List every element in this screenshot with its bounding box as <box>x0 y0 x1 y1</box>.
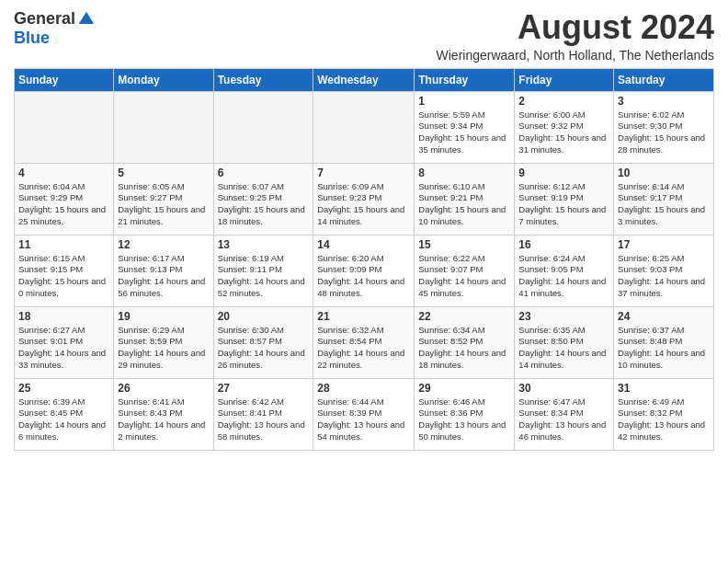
calendar-cell: 29Sunrise: 6:46 AM Sunset: 8:36 PM Dayli… <box>415 378 515 450</box>
calendar-cell: 24Sunrise: 6:37 AM Sunset: 8:48 PM Dayli… <box>614 306 714 378</box>
calendar-cell: 17Sunrise: 6:25 AM Sunset: 9:03 PM Dayli… <box>614 235 714 306</box>
day-number: 22 <box>418 310 510 323</box>
day-number: 6 <box>218 167 310 179</box>
day-info: Sunrise: 6:25 AM Sunset: 9:03 PM Dayligh… <box>618 253 710 300</box>
calendar-header-row: SundayMondayTuesdayWednesdayThursdayFrid… <box>15 68 714 91</box>
calendar-header-wednesday: Wednesday <box>313 68 415 91</box>
calendar-cell: 3Sunrise: 6:02 AM Sunset: 9:30 PM Daylig… <box>614 91 714 163</box>
header: General Blue August 2024 Wieringerwaard,… <box>14 9 714 63</box>
calendar-cell: 31Sunrise: 6:49 AM Sunset: 8:32 PM Dayli… <box>614 378 714 450</box>
day-info: Sunrise: 6:46 AM Sunset: 8:36 PM Dayligh… <box>418 396 510 443</box>
logo-general-text: General <box>14 9 75 29</box>
day-info: Sunrise: 6:49 AM Sunset: 8:32 PM Dayligh… <box>618 396 710 443</box>
day-info: Sunrise: 6:10 AM Sunset: 9:21 PM Dayligh… <box>418 181 510 228</box>
calendar-cell: 8Sunrise: 6:10 AM Sunset: 9:21 PM Daylig… <box>415 163 515 235</box>
day-info: Sunrise: 6:07 AM Sunset: 9:25 PM Dayligh… <box>218 181 310 228</box>
calendar-week-1: 1Sunrise: 5:59 AM Sunset: 9:34 PM Daylig… <box>15 91 714 163</box>
calendar-cell: 12Sunrise: 6:17 AM Sunset: 9:13 PM Dayli… <box>114 235 213 306</box>
calendar-header-sunday: Sunday <box>15 68 114 91</box>
calendar-cell: 28Sunrise: 6:44 AM Sunset: 8:39 PM Dayli… <box>313 378 415 450</box>
day-info: Sunrise: 6:34 AM Sunset: 8:52 PM Dayligh… <box>418 325 510 372</box>
calendar-week-4: 18Sunrise: 6:27 AM Sunset: 9:01 PM Dayli… <box>15 306 714 378</box>
day-info: Sunrise: 6:15 AM Sunset: 9:15 PM Dayligh… <box>18 253 109 300</box>
day-number: 13 <box>218 238 310 251</box>
day-number: 5 <box>118 167 209 179</box>
day-number: 4 <box>18 167 109 179</box>
calendar-cell: 7Sunrise: 6:09 AM Sunset: 9:23 PM Daylig… <box>313 163 415 235</box>
calendar-cell: 10Sunrise: 6:14 AM Sunset: 9:17 PM Dayli… <box>614 163 714 235</box>
day-number: 11 <box>18 238 109 251</box>
day-number: 26 <box>118 382 209 395</box>
title-area: August 2024 Wieringerwaard, North Hollan… <box>96 9 714 63</box>
day-number: 18 <box>18 310 109 323</box>
day-number: 29 <box>418 382 510 395</box>
day-info: Sunrise: 5:59 AM Sunset: 9:34 PM Dayligh… <box>418 109 510 156</box>
day-info: Sunrise: 6:29 AM Sunset: 8:59 PM Dayligh… <box>118 325 209 372</box>
calendar-cell: 15Sunrise: 6:22 AM Sunset: 9:07 PM Dayli… <box>415 235 515 306</box>
page: General Blue August 2024 Wieringerwaard,… <box>0 0 728 460</box>
day-info: Sunrise: 6:02 AM Sunset: 9:30 PM Dayligh… <box>618 109 710 156</box>
calendar-cell: 25Sunrise: 6:39 AM Sunset: 8:45 PM Dayli… <box>15 378 114 450</box>
calendar-cell: 30Sunrise: 6:47 AM Sunset: 8:34 PM Dayli… <box>515 378 614 450</box>
day-number: 15 <box>418 238 510 251</box>
calendar-cell: 4Sunrise: 6:04 AM Sunset: 9:29 PM Daylig… <box>15 163 114 235</box>
day-info: Sunrise: 6:35 AM Sunset: 8:50 PM Dayligh… <box>518 325 609 372</box>
calendar-cell: 22Sunrise: 6:34 AM Sunset: 8:52 PM Dayli… <box>415 306 515 378</box>
svg-marker-0 <box>79 11 95 23</box>
calendar-cell: 6Sunrise: 6:07 AM Sunset: 9:25 PM Daylig… <box>213 163 313 235</box>
day-number: 25 <box>18 382 109 395</box>
day-info: Sunrise: 6:17 AM Sunset: 9:13 PM Dayligh… <box>118 253 209 300</box>
day-number: 9 <box>518 167 609 179</box>
day-info: Sunrise: 6:27 AM Sunset: 9:01 PM Dayligh… <box>18 325 109 372</box>
day-number: 23 <box>518 310 609 323</box>
day-number: 30 <box>518 382 609 395</box>
calendar: SundayMondayTuesdayWednesdayThursdayFrid… <box>14 68 714 451</box>
calendar-cell: 21Sunrise: 6:32 AM Sunset: 8:54 PM Dayli… <box>313 306 415 378</box>
day-info: Sunrise: 6:41 AM Sunset: 8:43 PM Dayligh… <box>118 396 209 443</box>
calendar-cell <box>213 91 313 163</box>
day-number: 28 <box>317 382 410 395</box>
calendar-cell: 1Sunrise: 5:59 AM Sunset: 9:34 PM Daylig… <box>415 91 515 163</box>
calendar-cell: 9Sunrise: 6:12 AM Sunset: 9:19 PM Daylig… <box>515 163 614 235</box>
day-info: Sunrise: 6:14 AM Sunset: 9:17 PM Dayligh… <box>618 181 710 228</box>
logo-blue-text: Blue <box>14 29 50 48</box>
day-number: 2 <box>518 95 609 108</box>
day-info: Sunrise: 6:04 AM Sunset: 9:29 PM Dayligh… <box>18 181 109 228</box>
calendar-cell <box>313 91 415 163</box>
day-info: Sunrise: 6:09 AM Sunset: 9:23 PM Dayligh… <box>317 181 410 228</box>
day-info: Sunrise: 6:19 AM Sunset: 9:11 PM Dayligh… <box>218 253 310 300</box>
day-info: Sunrise: 6:42 AM Sunset: 8:41 PM Dayligh… <box>218 396 310 443</box>
calendar-cell: 14Sunrise: 6:20 AM Sunset: 9:09 PM Dayli… <box>313 235 415 306</box>
day-info: Sunrise: 6:24 AM Sunset: 9:05 PM Dayligh… <box>518 253 609 300</box>
calendar-cell: 2Sunrise: 6:00 AM Sunset: 9:32 PM Daylig… <box>515 91 614 163</box>
day-number: 12 <box>118 238 209 251</box>
day-number: 16 <box>518 238 609 251</box>
calendar-cell: 5Sunrise: 6:05 AM Sunset: 9:27 PM Daylig… <box>114 163 213 235</box>
day-number: 27 <box>218 382 310 395</box>
calendar-header-thursday: Thursday <box>415 68 515 91</box>
calendar-header-monday: Monday <box>114 68 213 91</box>
calendar-cell: 20Sunrise: 6:30 AM Sunset: 8:57 PM Dayli… <box>213 306 313 378</box>
logo-icon <box>77 10 96 29</box>
calendar-cell <box>114 91 213 163</box>
calendar-cell: 23Sunrise: 6:35 AM Sunset: 8:50 PM Dayli… <box>515 306 614 378</box>
day-number: 7 <box>317 167 410 179</box>
calendar-week-2: 4Sunrise: 6:04 AM Sunset: 9:29 PM Daylig… <box>15 163 714 235</box>
day-number: 17 <box>618 238 710 251</box>
calendar-header-saturday: Saturday <box>614 68 714 91</box>
calendar-cell: 19Sunrise: 6:29 AM Sunset: 8:59 PM Dayli… <box>114 306 213 378</box>
calendar-cell: 13Sunrise: 6:19 AM Sunset: 9:11 PM Dayli… <box>213 235 313 306</box>
main-title: August 2024 <box>96 9 714 46</box>
day-info: Sunrise: 6:30 AM Sunset: 8:57 PM Dayligh… <box>218 325 310 372</box>
day-info: Sunrise: 6:47 AM Sunset: 8:34 PM Dayligh… <box>518 396 609 443</box>
calendar-week-5: 25Sunrise: 6:39 AM Sunset: 8:45 PM Dayli… <box>15 378 714 450</box>
calendar-cell: 11Sunrise: 6:15 AM Sunset: 9:15 PM Dayli… <box>15 235 114 306</box>
day-info: Sunrise: 6:12 AM Sunset: 9:19 PM Dayligh… <box>518 181 609 228</box>
subtitle: Wieringerwaard, North Holland, The Nethe… <box>96 48 714 63</box>
day-info: Sunrise: 6:32 AM Sunset: 8:54 PM Dayligh… <box>317 325 410 372</box>
calendar-header-friday: Friday <box>515 68 614 91</box>
day-info: Sunrise: 6:00 AM Sunset: 9:32 PM Dayligh… <box>518 109 609 156</box>
calendar-cell: 26Sunrise: 6:41 AM Sunset: 8:43 PM Dayli… <box>114 378 213 450</box>
calendar-cell: 16Sunrise: 6:24 AM Sunset: 9:05 PM Dayli… <box>515 235 614 306</box>
day-number: 20 <box>218 310 310 323</box>
